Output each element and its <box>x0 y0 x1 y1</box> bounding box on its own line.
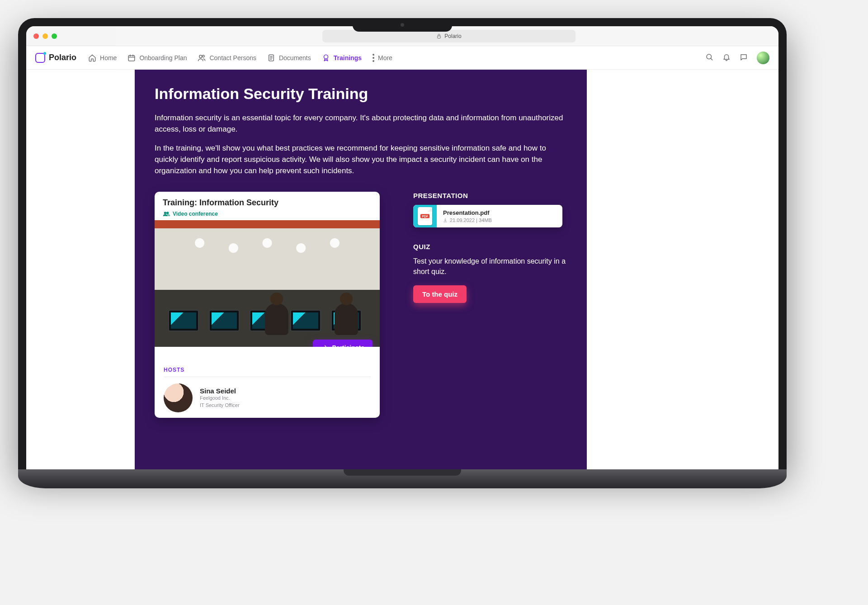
shield-icon[interactable] <box>305 31 315 41</box>
nav-label: Trainings <box>334 54 362 61</box>
share-icon[interactable] <box>729 31 739 41</box>
event-title: Training: Information Security <box>163 198 372 208</box>
file-name: Presentation.pdf <box>443 209 492 216</box>
minimize-window-icon[interactable] <box>42 33 48 39</box>
nav-label: Contact Persons <box>209 54 256 61</box>
participate-button[interactable]: Participate <box>313 340 373 347</box>
quiz-description: Test your knowledge of information secur… <box>413 256 567 277</box>
forward-icon[interactable] <box>95 31 105 41</box>
quiz-button[interactable]: To the quiz <box>413 285 467 303</box>
svg-point-12 <box>203 55 205 57</box>
svg-point-11 <box>199 55 202 58</box>
nav-label: Onboarding Plan <box>139 54 187 61</box>
participate-label: Participate <box>332 344 364 347</box>
messages-icon[interactable] <box>740 53 748 63</box>
reload-icon[interactable] <box>565 32 571 40</box>
svg-point-20 <box>164 212 166 214</box>
file-meta: 21.09.2022 | 34MB <box>450 217 492 223</box>
hosts-heading: HOSTS <box>164 367 371 377</box>
page-intro: Information security is an essential top… <box>155 113 567 176</box>
event-cover-image: Participate <box>155 220 380 347</box>
nav-onboarding-plan[interactable]: Onboarding Plan <box>127 54 187 62</box>
back-icon[interactable] <box>80 31 90 41</box>
video-conference-badge: Video conference <box>163 210 372 217</box>
svg-rect-0 <box>68 33 74 39</box>
nav-more[interactable]: More <box>373 54 392 62</box>
page-title: Information Security Training <box>155 85 567 103</box>
brand[interactable]: Polario <box>35 53 76 63</box>
download-icon <box>443 218 448 222</box>
svg-rect-3 <box>731 37 736 39</box>
laptop-mockup: Polario <box>18 18 787 488</box>
main-nav: Home Onboarding Plan Contact Persons Doc… <box>88 54 392 62</box>
svg-point-21 <box>167 212 169 214</box>
intro-paragraph: Information security is an essential top… <box>155 113 567 135</box>
address-bar-text: Polario <box>444 33 461 39</box>
svg-point-17 <box>324 55 328 59</box>
host-company: Feelgood Inc. <box>200 395 240 402</box>
more-icon <box>373 54 374 62</box>
window-controls[interactable] <box>33 33 57 39</box>
search-icon[interactable] <box>705 53 713 63</box>
pdf-icon <box>418 207 432 225</box>
svg-rect-7 <box>129 55 135 61</box>
maximize-window-icon[interactable] <box>52 33 57 39</box>
training-event-card: Training: Information Security Video con… <box>155 192 380 418</box>
nav-trainings[interactable]: Trainings <box>322 54 362 62</box>
nav-contact-persons[interactable]: Contact Persons <box>198 54 256 62</box>
host-avatar <box>164 383 193 412</box>
close-window-icon[interactable] <box>33 33 39 39</box>
nav-label: More <box>378 54 392 61</box>
badge-label: Video conference <box>173 211 218 217</box>
nav-home[interactable]: Home <box>88 54 117 62</box>
nav-label: Home <box>100 54 117 61</box>
brand-name: Polario <box>49 53 76 62</box>
svg-rect-2 <box>438 36 441 38</box>
host-row[interactable]: Sina Seidel Feelgood Inc. IT Security Of… <box>164 383 371 412</box>
nav-documents[interactable]: Documents <box>267 54 311 62</box>
quiz-heading: QUIZ <box>413 243 567 251</box>
nav-label: Documents <box>279 54 311 61</box>
svg-rect-6 <box>764 34 769 39</box>
brand-logo-icon <box>35 53 45 63</box>
app-header: Polario Home Onboarding Plan Contact Per… <box>26 46 778 70</box>
sidebar-toggle-icon[interactable] <box>66 31 76 41</box>
host-role: IT Security Officer <box>200 402 240 409</box>
user-avatar[interactable] <box>757 52 769 64</box>
notifications-icon[interactable] <box>722 53 731 63</box>
svg-line-19 <box>711 58 712 60</box>
presentation-heading: PRESENTATION <box>413 192 567 199</box>
right-gutter <box>587 70 778 469</box>
main-content: Information Security Training Informatio… <box>135 70 587 469</box>
tabs-icon[interactable] <box>761 31 771 41</box>
intro-paragraph: In the training, we'll show you what bes… <box>155 143 567 176</box>
presentation-file[interactable]: Presentation.pdf 21.09.2022 | 34MB <box>413 205 562 227</box>
host-name: Sina Seidel <box>200 387 240 395</box>
left-gutter <box>26 70 135 469</box>
new-tab-icon[interactable] <box>745 31 755 41</box>
